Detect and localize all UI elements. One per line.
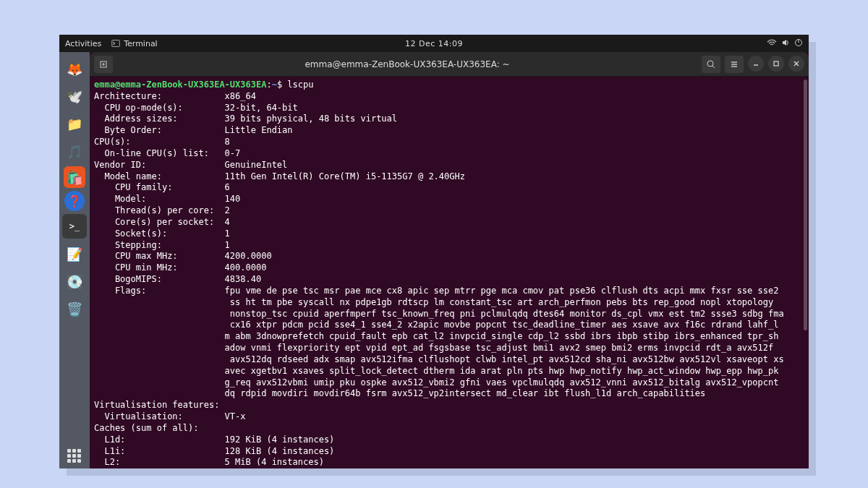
svg-point-6 [707,61,713,67]
trash-icon[interactable]: 🗑️ [62,296,87,321]
activities-button[interactable]: Activities [65,39,101,48]
scrollbar[interactable] [804,80,807,330]
thunderbird-icon[interactable]: 🕊️ [62,84,87,108]
gnome-top-bar: Activities Terminal 12 Dec 14:09 [59,35,809,52]
firefox-icon[interactable]: 🦊 [62,56,87,81]
terminal-icon[interactable]: >_ [62,214,87,239]
svg-rect-0 [112,40,120,47]
terminal-small-icon [111,39,120,48]
topbar-app-name: Terminal [124,39,158,48]
window-title: emma@emma-ZenBook-UX363EA-UX363EA: ~ [117,59,697,69]
topbar-app-menu[interactable]: Terminal [111,39,158,48]
command: lscpu [287,80,313,90]
network-icon[interactable] [767,39,777,48]
terminal-content[interactable]: emma@emma-ZenBook-UX363EA-UX363EA:~$ lsc… [90,77,809,468]
power-icon[interactable] [794,38,803,49]
svg-rect-12 [774,61,778,66]
window-titlebar: emma@emma-ZenBook-UX363EA-UX363EA: ~ [90,52,809,77]
hamburger-menu-button[interactable] [725,56,744,73]
minimize-button[interactable] [748,56,764,72]
disk-icon[interactable]: 💽 [62,269,87,294]
new-tab-button[interactable] [94,56,113,73]
software-icon[interactable]: 🛍️ [64,166,85,188]
help-icon[interactable]: ❓ [64,191,85,211]
prompt-path: ~ [272,80,277,90]
dock: 🦊🕊️📁🎵🛍️❓>_📝💽🗑️ [59,52,90,468]
topbar-clock[interactable]: 12 Dec 14:09 [405,39,463,48]
text-editor-icon[interactable]: 📝 [62,241,87,266]
show-apps-button[interactable] [62,444,87,468]
prompt-user-host: emma@emma-ZenBook-UX363EA-UX363EA [94,80,266,90]
close-button[interactable] [788,56,804,72]
svg-line-7 [712,66,715,68]
rhythmbox-icon[interactable]: 🎵 [62,139,87,163]
maximize-button[interactable] [768,56,784,72]
files-icon[interactable]: 📁 [62,111,87,136]
search-button[interactable] [702,56,720,73]
volume-icon[interactable] [781,38,790,49]
